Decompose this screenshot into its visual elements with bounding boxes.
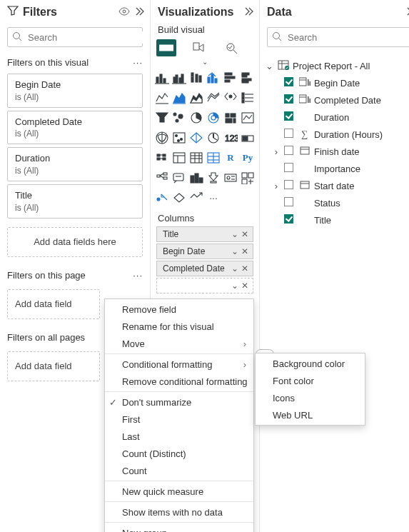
tree-field-row[interactable]: Title xyxy=(264,211,409,229)
visual-type-icon[interactable] xyxy=(241,110,255,126)
visual-type-icon[interactable] xyxy=(241,170,255,186)
data-search-input[interactable] xyxy=(286,31,409,44)
menu-item[interactable]: Background color xyxy=(256,355,365,372)
visual-type-icon[interactable] xyxy=(206,170,221,186)
field-checkbox[interactable] xyxy=(284,180,296,191)
field-pill[interactable]: ⌄✕ xyxy=(156,278,253,293)
field-checkbox[interactable] xyxy=(284,214,296,226)
tree-field-row[interactable]: ∑Duration (Hours) xyxy=(264,126,409,143)
filter-card[interactable]: Durationis (All) xyxy=(7,147,143,181)
chevron-down-icon[interactable]: ⌄ xyxy=(230,281,240,291)
visual-type-icon[interactable] xyxy=(206,90,221,106)
dropzone-all[interactable]: Add data field xyxy=(7,351,100,381)
tree-field-row[interactable]: Duration xyxy=(264,109,409,126)
visual-type-icon[interactable] xyxy=(206,130,221,146)
field-checkbox[interactable] xyxy=(284,129,296,140)
visual-type-icon[interactable]: R xyxy=(223,150,238,166)
data-search[interactable] xyxy=(267,27,409,47)
visual-type-icon[interactable] xyxy=(155,90,169,106)
visual-type-icon[interactable] xyxy=(155,70,169,86)
visual-type-icon[interactable] xyxy=(223,90,238,106)
field-checkbox[interactable] xyxy=(284,146,296,157)
filter-card[interactable]: Completed Dateis (All) xyxy=(7,111,143,145)
ellipsis-icon[interactable]: ··· xyxy=(133,270,143,281)
field-pill[interactable]: Title⌄✕ xyxy=(156,226,253,242)
visual-type-icon[interactable] xyxy=(189,190,203,206)
tree-field-row[interactable]: Status xyxy=(264,194,409,211)
tree-field-row[interactable]: Importance xyxy=(264,160,409,177)
menu-item[interactable]: Web URL xyxy=(256,406,365,423)
chevron-down-icon[interactable]: ⌄ xyxy=(264,61,274,71)
menu-item[interactable]: Remove conditional formatting› xyxy=(105,373,253,390)
visual-type-icon[interactable] xyxy=(241,130,255,146)
remove-icon[interactable]: ✕ xyxy=(240,281,250,291)
menu-item[interactable]: Font color xyxy=(256,372,365,389)
menu-item[interactable]: Count xyxy=(105,462,253,479)
menu-item[interactable]: Show items with no data xyxy=(105,503,253,521)
visual-type-icon[interactable] xyxy=(172,110,186,126)
visual-type-icon[interactable] xyxy=(155,190,169,206)
eye-icon[interactable] xyxy=(118,6,130,19)
menu-item[interactable]: Rename for this visual xyxy=(105,318,253,335)
visual-type-icon[interactable]: 123 xyxy=(223,130,238,146)
tree-field-row[interactable]: ›Finish date xyxy=(264,143,409,160)
menu-item[interactable]: Icons xyxy=(256,389,365,406)
collapse-icon[interactable] xyxy=(405,6,409,19)
visual-type-icon[interactable] xyxy=(206,150,221,166)
visual-type-icon[interactable] xyxy=(155,110,169,126)
menu-item[interactable]: Conditional formatting› xyxy=(105,356,253,373)
field-pill[interactable]: Begin Date⌄✕ xyxy=(156,244,253,259)
visual-type-icon[interactable] xyxy=(155,150,169,166)
ellipsis-icon[interactable]: ··· xyxy=(133,57,143,68)
visual-type-icon[interactable] xyxy=(189,170,203,186)
filter-card[interactable]: Titleis (All) xyxy=(7,184,143,219)
menu-item[interactable]: First xyxy=(105,411,253,428)
visual-type-icon[interactable] xyxy=(172,150,186,166)
remove-icon[interactable]: ✕ xyxy=(240,229,250,239)
tree-field-row[interactable]: ›Start date xyxy=(264,177,409,194)
filters-search[interactable] xyxy=(7,27,143,47)
tree-field-row[interactable]: Completed Date xyxy=(264,91,409,109)
field-pill[interactable]: Completed Date⌄✕ xyxy=(156,261,253,276)
visual-type-icon[interactable] xyxy=(172,190,186,206)
visual-type-icon[interactable] xyxy=(172,170,186,186)
remove-icon[interactable]: ✕ xyxy=(240,264,250,273)
visual-type-icon[interactable]: ··· xyxy=(206,190,221,206)
visual-type-icon[interactable]: Py xyxy=(241,150,255,166)
visual-type-icon[interactable] xyxy=(189,150,203,166)
collapse-icon[interactable] xyxy=(134,6,144,19)
menu-item[interactable]: New quick measure xyxy=(105,483,253,500)
chevron-down-icon[interactable]: ⌄ xyxy=(230,246,240,256)
visual-type-icon[interactable] xyxy=(223,70,238,86)
visual-type-icon[interactable] xyxy=(206,70,221,86)
tree-field-row[interactable]: Begin Date xyxy=(264,74,409,91)
visual-type-icon[interactable] xyxy=(223,170,238,186)
visual-type-icon[interactable] xyxy=(172,130,186,146)
filter-card[interactable]: Begin Dateis (All) xyxy=(7,74,143,108)
menu-item[interactable]: Move› xyxy=(105,335,253,352)
visual-type-icon[interactable] xyxy=(241,70,255,86)
field-checkbox[interactable] xyxy=(284,94,296,106)
visual-type-icon[interactable] xyxy=(189,90,203,106)
tree-table-row[interactable]: ⌄Project Report - All xyxy=(264,57,409,74)
visual-type-icon[interactable] xyxy=(189,130,203,146)
visual-type-icon[interactable] xyxy=(155,170,169,186)
visual-type-icon[interactable] xyxy=(172,90,186,106)
visual-type-icon[interactable] xyxy=(223,110,238,126)
visual-type-icon[interactable] xyxy=(189,70,203,86)
chevron-down-icon[interactable]: ⌄ xyxy=(230,229,240,239)
dropzone-visual[interactable]: Add data fields here xyxy=(7,227,143,257)
field-checkbox[interactable] xyxy=(284,163,296,174)
chevron-right-icon[interactable]: › xyxy=(271,181,281,191)
visual-type-icon[interactable] xyxy=(241,90,255,106)
field-checkbox[interactable] xyxy=(284,197,296,209)
filters-search-input[interactable] xyxy=(26,31,149,44)
menu-item[interactable]: Remove field xyxy=(105,301,253,318)
menu-item[interactable]: ✓Don't summarize xyxy=(105,393,253,411)
remove-icon[interactable]: ✕ xyxy=(240,246,250,256)
menu-item[interactable]: Last xyxy=(105,428,253,445)
visual-type-icon[interactable] xyxy=(155,130,169,146)
visual-type-icon[interactable] xyxy=(172,70,186,86)
visual-type-icon[interactable] xyxy=(206,110,221,126)
tab-analytics[interactable] xyxy=(222,39,242,56)
